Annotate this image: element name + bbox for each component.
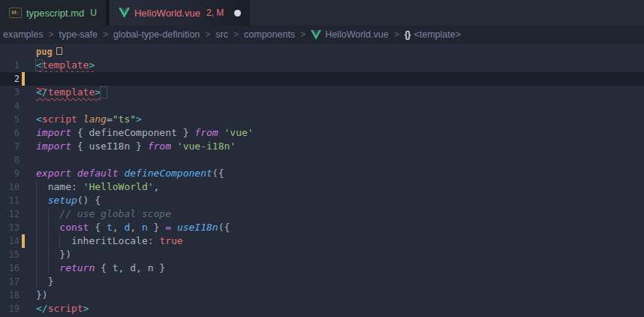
code-line[interactable]: 19</script> xyxy=(0,302,644,315)
markdown-icon: M↓ xyxy=(9,8,22,18)
code-text: // use global scope xyxy=(36,207,171,221)
vue-icon xyxy=(119,8,130,18)
tab-typescript-md[interactable]: M↓ typescript.md U xyxy=(0,0,110,26)
breadcrumb-separator-icon: > xyxy=(103,29,108,40)
token: }) xyxy=(36,249,71,260)
token: , xyxy=(130,222,142,233)
token: import xyxy=(36,140,71,152)
token: default xyxy=(77,168,119,179)
tab-helloworld-vue[interactable]: HelloWorld.vue 2, M xyxy=(110,0,250,26)
code-text: import { defineComponent } from 'vue' xyxy=(36,126,254,140)
token: name: xyxy=(36,181,83,192)
code-line[interactable]: 17 } xyxy=(0,275,644,288)
error-squiggle-underline: </template> xyxy=(36,86,101,98)
token: </ xyxy=(36,86,48,98)
line-number: 1 xyxy=(0,59,20,72)
code-line[interactable]: 15 }) xyxy=(0,248,644,261)
code-line[interactable]: 3</template> xyxy=(0,86,644,99)
code-line[interactable]: 5<script lang="ts"> xyxy=(0,113,644,126)
code-text: setup() { xyxy=(36,194,101,207)
code-text: name: 'HelloWorld', xyxy=(36,180,159,194)
line-number: 7 xyxy=(0,140,20,153)
breadcrumb-item[interactable]: components xyxy=(244,29,295,40)
token xyxy=(77,113,83,125)
line-number: 8 xyxy=(0,153,20,167)
code-line[interactable]: 7import { useI18n } from 'vue-i18n' xyxy=(0,140,644,153)
token xyxy=(171,222,177,233)
line-number: 12 xyxy=(0,207,20,221)
dirty-indicator-dot[interactable] xyxy=(234,10,241,17)
token: const xyxy=(59,222,89,233)
code-text: }) xyxy=(36,288,48,302)
token: template xyxy=(48,86,95,98)
line-number: 13 xyxy=(0,221,20,234)
token: ({ xyxy=(212,168,224,179)
code-text: }) xyxy=(36,248,71,261)
code-text: <template> xyxy=(36,59,95,72)
breadcrumb-separator-icon: > xyxy=(233,29,239,40)
token: true xyxy=(159,235,182,246)
breadcrumb-item[interactable]: HelloWorld.vue xyxy=(311,29,389,40)
token: < xyxy=(36,113,42,125)
code-text: </script> xyxy=(36,302,89,315)
token: setup xyxy=(48,195,77,206)
code-line[interactable]: 8 xyxy=(0,153,644,167)
code-line[interactable]: 12 // use global scope xyxy=(0,207,644,221)
breadcrumb-label: examples xyxy=(3,29,44,40)
line-number: 15 xyxy=(0,248,20,261)
token: > xyxy=(136,113,142,125)
line-number: 17 xyxy=(0,275,20,288)
breadcrumb-item[interactable]: examples xyxy=(3,29,44,40)
breadcrumb-item[interactable]: type-safe xyxy=(59,29,98,40)
token: ({ xyxy=(218,222,230,233)
token: script xyxy=(48,303,83,314)
token: import xyxy=(36,127,71,138)
token: // use global scope xyxy=(59,208,171,219)
breadcrumb-separator-icon: > xyxy=(49,29,54,40)
git-modified-gutter-bar xyxy=(22,72,25,86)
breadcrumb-separator-icon: > xyxy=(300,29,305,40)
line-number: 3 xyxy=(0,86,20,99)
token: > xyxy=(83,303,89,314)
code-line[interactable]: 2 xyxy=(0,72,644,86)
breadcrumb-label: src xyxy=(215,29,228,40)
token xyxy=(36,195,48,206)
breadcrumb-label: HelloWorld.vue xyxy=(325,29,389,40)
token: "ts" xyxy=(113,113,136,125)
git-modified-gutter-bar xyxy=(22,234,25,248)
token: }) xyxy=(36,289,48,300)
token xyxy=(36,208,59,219)
code-line[interactable]: 11 setup() { xyxy=(0,194,644,207)
template-language-hint[interactable]: pug xyxy=(36,45,62,59)
code-line[interactable]: 14 inheritLocale: true xyxy=(0,234,644,248)
token: script xyxy=(42,113,77,125)
code-line[interactable]: 4 xyxy=(0,99,644,113)
code-editor[interactable]: pug1<template>23</template>45<script lan… xyxy=(0,45,644,317)
breadcrumb-label: components xyxy=(244,29,295,40)
breadcrumb-item[interactable]: {}<template> xyxy=(405,29,461,40)
code-line[interactable]: 16 return { t, d, n } xyxy=(0,261,644,275)
language-hint-row: pug xyxy=(0,45,644,59)
breadcrumb-item[interactable]: src xyxy=(215,29,228,40)
code-text: inheritLocale: true xyxy=(36,234,183,248)
token: = xyxy=(165,222,171,233)
token: n xyxy=(142,222,148,233)
token: 'HelloWorld' xyxy=(83,181,154,192)
token: () { xyxy=(77,195,101,206)
language-hint-box-icon xyxy=(56,47,62,55)
token: lang xyxy=(83,113,107,125)
code-line[interactable]: 6import { defineComponent } from 'vue' xyxy=(0,126,644,140)
code-line[interactable]: 13 const { t, d, n } = useI18n({ xyxy=(0,221,644,234)
breadcrumb-item[interactable]: global-type-definition xyxy=(113,29,200,40)
token xyxy=(71,168,77,179)
editor-tab-bar: M↓ typescript.md U HelloWorld.vue 2, M xyxy=(0,0,644,26)
code-line[interactable]: 1<template> xyxy=(0,59,644,72)
code-line[interactable]: 9export default defineComponent({ xyxy=(0,167,644,180)
code-line[interactable]: 18}) xyxy=(0,288,644,302)
token: { t, d, n } xyxy=(95,262,165,273)
line-number: 4 xyxy=(0,99,20,113)
tab-label: HelloWorld.vue xyxy=(134,8,200,19)
breadcrumb-label: <template> xyxy=(414,29,461,40)
matching-tag-box xyxy=(100,86,107,98)
code-line[interactable]: 10 name: 'HelloWorld', xyxy=(0,180,644,194)
